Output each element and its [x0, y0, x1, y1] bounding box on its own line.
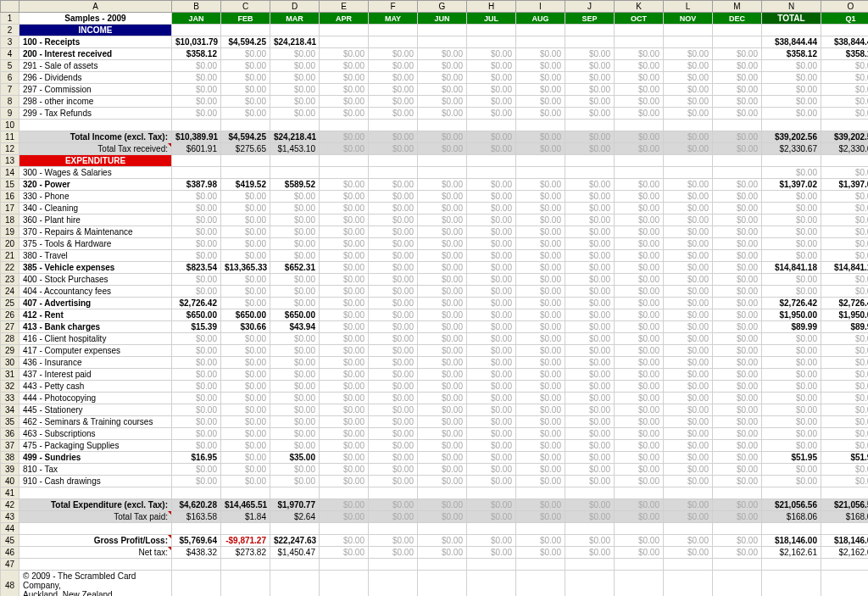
cell[interactable]: $0.00 — [172, 274, 221, 286]
cell[interactable] — [713, 120, 762, 131]
q1-cell[interactable]: $0.00 — [821, 333, 869, 345]
cell[interactable]: $0.00 — [664, 179, 713, 191]
spreadsheet[interactable]: ABCDEFGHIJKLMNO1Samples - 2009JANFEBMARA… — [0, 0, 868, 596]
cell[interactable]: $0.00 — [320, 511, 369, 523]
cell[interactable]: $0.00 — [369, 179, 418, 191]
cell[interactable]: $650.00 — [221, 309, 270, 321]
cell[interactable] — [821, 25, 869, 36]
cell[interactable]: $0.00 — [221, 84, 270, 96]
cell[interactable]: $0.00 — [664, 404, 713, 416]
cell[interactable] — [369, 559, 418, 571]
cell[interactable] — [172, 167, 221, 179]
cell[interactable]: $0.00 — [565, 203, 615, 214]
cell[interactable]: $0.00 — [565, 369, 615, 381]
cell[interactable]: $0.00 — [320, 191, 369, 203]
cell[interactable]: $0.00 — [172, 191, 221, 203]
cell[interactable]: $0.00 — [467, 298, 516, 309]
cell[interactable]: $0.00 — [467, 84, 516, 96]
cell[interactable]: $0.00 — [713, 226, 762, 238]
cell[interactable]: $0.00 — [516, 179, 565, 191]
cell[interactable]: $0.00 — [615, 321, 664, 333]
cell[interactable]: $0.00 — [172, 108, 221, 120]
row-header[interactable]: 12 — [1, 143, 19, 155]
cell[interactable]: $0.00 — [615, 143, 664, 155]
column-header[interactable]: O — [821, 1, 869, 13]
cell[interactable]: $0.00 — [565, 499, 615, 511]
column-header[interactable]: E — [320, 1, 369, 13]
cell[interactable] — [467, 155, 516, 167]
cell[interactable]: $0.00 — [615, 511, 664, 523]
cell[interactable]: $43.94 — [270, 321, 320, 333]
cell[interactable]: $0.00 — [221, 476, 270, 487]
cell[interactable]: $0.00 — [615, 535, 664, 547]
cell[interactable]: $0.00 — [713, 286, 762, 298]
cell[interactable]: $0.00 — [172, 381, 221, 393]
cell[interactable]: $0.00 — [516, 511, 565, 523]
cell[interactable]: $0.00 — [418, 179, 467, 191]
cell[interactable]: $0.00 — [320, 214, 369, 226]
cell[interactable]: $0.00 — [270, 226, 320, 238]
cell[interactable] — [615, 25, 664, 36]
q1-cell[interactable]: $2,330.67 — [821, 143, 869, 155]
cell[interactable]: $0.00 — [467, 416, 516, 428]
cell[interactable] — [19, 487, 172, 499]
cell[interactable]: $0.00 — [467, 203, 516, 214]
cell[interactable]: $0.00 — [221, 381, 270, 393]
cell[interactable]: $0.00 — [221, 191, 270, 203]
cell[interactable]: $0.00 — [418, 238, 467, 250]
cell[interactable]: $0.00 — [369, 393, 418, 404]
cell[interactable]: $0.00 — [565, 48, 615, 60]
cell[interactable]: $0.00 — [221, 60, 270, 72]
cell[interactable] — [821, 155, 869, 167]
cell[interactable]: $0.00 — [713, 262, 762, 274]
cell[interactable]: $0.00 — [467, 238, 516, 250]
cell[interactable]: $0.00 — [467, 191, 516, 203]
cell[interactable]: $0.00 — [467, 369, 516, 381]
cell[interactable]: $0.00 — [369, 404, 418, 416]
total-cell[interactable]: $21,056.56 — [762, 499, 821, 511]
cell[interactable]: $0.00 — [713, 131, 762, 143]
row-header[interactable]: 47 — [1, 559, 19, 571]
cell[interactable] — [664, 487, 713, 499]
cell[interactable]: $0.00 — [713, 274, 762, 286]
total-cell[interactable]: $0.00 — [762, 440, 821, 452]
cell[interactable]: $0.00 — [664, 464, 713, 476]
cell[interactable]: $0.00 — [221, 369, 270, 381]
cell[interactable]: $0.00 — [664, 345, 713, 357]
cell[interactable]: $0.00 — [516, 464, 565, 476]
cell[interactable]: $0.00 — [418, 84, 467, 96]
cell[interactable]: $0.00 — [664, 416, 713, 428]
cell[interactable]: $650.00 — [172, 309, 221, 321]
cell[interactable]: $0.00 — [565, 226, 615, 238]
cell[interactable]: $0.00 — [516, 250, 565, 262]
cell[interactable]: $0.00 — [565, 96, 615, 108]
cell[interactable]: $0.00 — [320, 108, 369, 120]
q1-cell[interactable]: $0.00 — [821, 416, 869, 428]
cell[interactable] — [172, 120, 221, 131]
cell[interactable] — [762, 487, 821, 499]
cell[interactable] — [320, 523, 369, 535]
cell[interactable]: $589.52 — [270, 179, 320, 191]
cell[interactable] — [821, 559, 869, 571]
cell[interactable]: $0.00 — [221, 226, 270, 238]
cell[interactable]: $0.00 — [713, 72, 762, 84]
cell[interactable] — [713, 25, 762, 36]
cell[interactable]: $0.00 — [713, 238, 762, 250]
cell[interactable]: $0.00 — [369, 428, 418, 440]
q1-cell[interactable]: $1,950.00 — [821, 309, 869, 321]
cell[interactable]: $0.00 — [369, 96, 418, 108]
cell[interactable]: $0.00 — [270, 464, 320, 476]
cell[interactable] — [821, 487, 869, 499]
cell[interactable]: $0.00 — [369, 203, 418, 214]
q1-cell[interactable]: $0.00 — [821, 108, 869, 120]
cell[interactable]: $0.00 — [516, 333, 565, 345]
cell[interactable]: $652.31 — [270, 262, 320, 274]
row-header[interactable]: 21 — [1, 250, 19, 262]
cell[interactable] — [762, 559, 821, 571]
cell[interactable]: $0.00 — [172, 203, 221, 214]
cell[interactable]: $438.32 — [172, 547, 221, 559]
cell[interactable] — [19, 559, 172, 571]
cell[interactable]: $0.00 — [172, 226, 221, 238]
cell[interactable]: $0.00 — [565, 108, 615, 120]
cell[interactable]: $0.00 — [270, 238, 320, 250]
